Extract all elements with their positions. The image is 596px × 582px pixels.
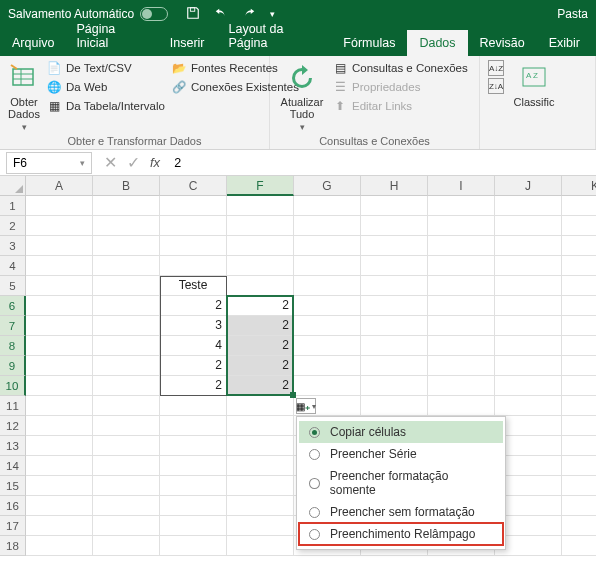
table-icon: ▦: [46, 98, 62, 114]
col-header[interactable]: A: [26, 176, 93, 196]
row-header[interactable]: 2: [0, 216, 26, 236]
refresh-icon: [286, 62, 318, 94]
refresh-all-button[interactable]: Atualizar Tudo ▾: [278, 60, 326, 132]
connection-icon: 🔗: [171, 79, 187, 95]
row-header[interactable]: 17: [0, 516, 26, 536]
name-box[interactable]: F6 ▾: [6, 152, 92, 174]
queries-connections-button[interactable]: ▤Consultas e Conexões: [332, 60, 468, 76]
radio-icon: [309, 529, 320, 540]
queries-icon: ▤: [332, 60, 348, 76]
menu-fill-formatting-only[interactable]: Preencher formatação somente: [299, 465, 503, 501]
sort-za-icon: Z↓A: [488, 78, 504, 94]
menu-fill-series[interactable]: Preencher Série: [299, 443, 503, 465]
get-data-icon: [8, 62, 40, 94]
tab-home[interactable]: Página Inicial: [64, 16, 157, 56]
ribbon: Obter Dados ▾ 📄De Text/CSV 🌐Da Web ▦Da T…: [0, 56, 596, 150]
svg-text:A Z: A Z: [526, 71, 538, 80]
menu-copy-cells[interactable]: Copiar células: [299, 421, 503, 443]
radio-icon: [309, 478, 320, 489]
tab-formulas[interactable]: Fórmulas: [331, 30, 407, 56]
cell-c9[interactable]: 2: [160, 356, 227, 376]
tab-data[interactable]: Dados: [407, 30, 467, 56]
properties-button[interactable]: ☰Propriedades: [332, 79, 468, 95]
autosave-toggle[interactable]: [140, 7, 168, 21]
col-header[interactable]: G: [294, 176, 361, 196]
tab-view[interactable]: Exibir: [537, 30, 592, 56]
formula-bar: F6 ▾ ✕ ✓ fx: [0, 150, 596, 176]
cell-f6[interactable]: 2: [227, 296, 294, 316]
radio-icon: [309, 427, 320, 438]
cell-f10[interactable]: 2: [227, 376, 294, 396]
row-headers[interactable]: 1 2 3 4 5 6 7 8 9 10 11 12 13 14 15 16 1…: [0, 196, 26, 556]
row-header[interactable]: 7: [0, 316, 26, 336]
menu-fill-without-formatting[interactable]: Preencher sem formatação: [299, 501, 503, 523]
save-icon[interactable]: [186, 6, 200, 23]
col-header[interactable]: B: [93, 176, 160, 196]
sort-az-button[interactable]: A↓Z: [488, 60, 504, 76]
col-header[interactable]: H: [361, 176, 428, 196]
row-header[interactable]: 3: [0, 236, 26, 256]
get-data-button[interactable]: Obter Dados ▾: [8, 60, 40, 132]
autofill-options-button[interactable]: ▦₊▾: [296, 398, 316, 414]
row-header[interactable]: 10: [0, 376, 26, 396]
row-header[interactable]: 11: [0, 396, 26, 416]
autofill-icon: ▦₊: [296, 401, 310, 412]
col-header[interactable]: K: [562, 176, 596, 196]
sort-button[interactable]: A Z Classific: [510, 60, 558, 108]
row-header[interactable]: 13: [0, 436, 26, 456]
row-header[interactable]: 5: [0, 276, 26, 296]
sort-az-icon: A↓Z: [488, 60, 504, 76]
recent-icon: 📂: [171, 60, 187, 76]
group-label-queries: Consultas e Conexões: [278, 133, 471, 147]
row-header[interactable]: 9: [0, 356, 26, 376]
svg-rect-1: [13, 69, 33, 85]
autofill-menu: Copiar células Preencher Série Preencher…: [296, 416, 506, 550]
cell-c7[interactable]: 3: [160, 316, 227, 336]
radio-icon: [309, 507, 320, 518]
cell-f7[interactable]: 2: [227, 316, 294, 336]
row-header[interactable]: 6: [0, 296, 26, 316]
text-csv-icon: 📄: [46, 60, 62, 76]
cancel-icon[interactable]: ✕: [104, 153, 117, 172]
fx-icon[interactable]: fx: [150, 155, 160, 170]
row-header[interactable]: 8: [0, 336, 26, 356]
cell-c10[interactable]: 2: [160, 376, 227, 396]
column-headers[interactable]: A B C F G H I J K: [26, 176, 596, 196]
from-text-csv-button[interactable]: 📄De Text/CSV: [46, 60, 165, 76]
from-web-button[interactable]: 🌐Da Web: [46, 79, 165, 95]
formula-input[interactable]: [168, 156, 596, 170]
web-icon: 🌐: [46, 79, 62, 95]
col-header[interactable]: J: [495, 176, 562, 196]
menu-flash-fill[interactable]: Preenchimento Relâmpago: [299, 523, 503, 545]
tab-insert[interactable]: Inserir: [158, 30, 217, 56]
tab-review[interactable]: Revisão: [468, 30, 537, 56]
edit-links-button[interactable]: ⬆Editar Links: [332, 98, 468, 114]
cell-c6[interactable]: 2: [160, 296, 227, 316]
row-header[interactable]: 14: [0, 456, 26, 476]
cell-c8[interactable]: 4: [160, 336, 227, 356]
namebox-dropdown-icon[interactable]: ▾: [80, 158, 85, 168]
row-header[interactable]: 16: [0, 496, 26, 516]
select-all-corner[interactable]: [0, 176, 26, 196]
row-header[interactable]: 15: [0, 476, 26, 496]
group-label-get-transform: Obter e Transformar Dados: [8, 133, 261, 147]
row-header[interactable]: 1: [0, 196, 26, 216]
row-header[interactable]: 4: [0, 256, 26, 276]
menu-bar: Arquivo Página Inicial Inserir Layout da…: [0, 28, 596, 56]
row-header[interactable]: 12: [0, 416, 26, 436]
radio-icon: [309, 449, 320, 460]
cell-f8[interactable]: 2: [227, 336, 294, 356]
cell-f9[interactable]: 2: [227, 356, 294, 376]
row-header[interactable]: 18: [0, 536, 26, 556]
from-table-button[interactable]: ▦Da Tabela/Intervalo: [46, 98, 165, 114]
tab-file[interactable]: Arquivo: [4, 30, 64, 56]
col-header[interactable]: F: [227, 176, 294, 196]
spreadsheet-grid[interactable]: A B C F G H I J K 1 2 3 4 5 6 7 8 9 10 1…: [0, 176, 596, 576]
sort-za-button[interactable]: Z↓A: [488, 76, 504, 94]
tab-layout[interactable]: Layout da Página: [217, 16, 332, 56]
enter-icon[interactable]: ✓: [127, 153, 140, 172]
document-title: Pasta: [557, 7, 588, 21]
col-header[interactable]: I: [428, 176, 495, 196]
cell-c5[interactable]: Teste: [160, 276, 227, 296]
col-header[interactable]: C: [160, 176, 227, 196]
